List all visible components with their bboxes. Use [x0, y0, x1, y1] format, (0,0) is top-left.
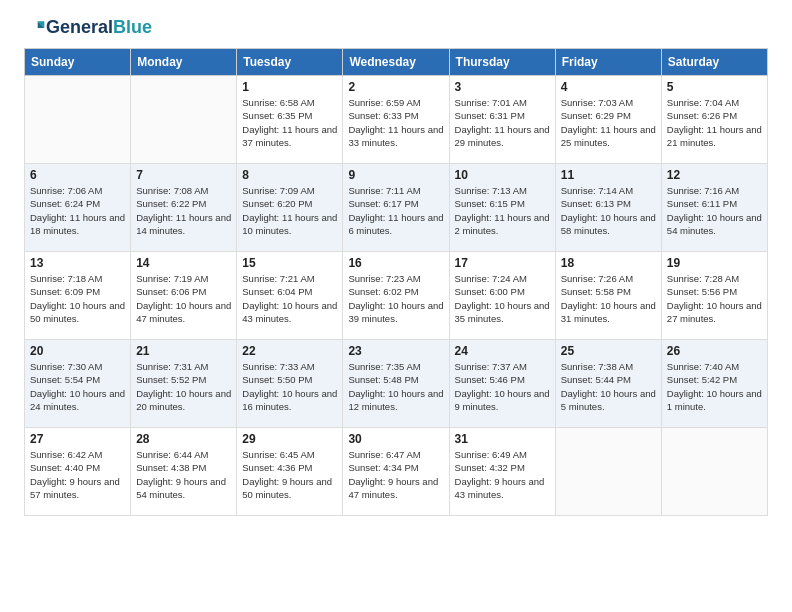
- logo-text: GeneralBlue: [46, 18, 152, 38]
- calendar-cell: [25, 76, 131, 164]
- day-info: Sunrise: 6:58 AM Sunset: 6:35 PM Dayligh…: [242, 96, 337, 149]
- calendar-week-row: 27Sunrise: 6:42 AM Sunset: 4:40 PM Dayli…: [25, 428, 768, 516]
- calendar-cell: 4Sunrise: 7:03 AM Sunset: 6:29 PM Daylig…: [555, 76, 661, 164]
- calendar-cell: 31Sunrise: 6:49 AM Sunset: 4:32 PM Dayli…: [449, 428, 555, 516]
- calendar-cell: 12Sunrise: 7:16 AM Sunset: 6:11 PM Dayli…: [661, 164, 767, 252]
- day-info: Sunrise: 7:31 AM Sunset: 5:52 PM Dayligh…: [136, 360, 231, 413]
- calendar-week-row: 6Sunrise: 7:06 AM Sunset: 6:24 PM Daylig…: [25, 164, 768, 252]
- day-header-wednesday: Wednesday: [343, 49, 449, 76]
- calendar-week-row: 1Sunrise: 6:58 AM Sunset: 6:35 PM Daylig…: [25, 76, 768, 164]
- logo-icon: [26, 18, 46, 38]
- calendar-cell: 19Sunrise: 7:28 AM Sunset: 5:56 PM Dayli…: [661, 252, 767, 340]
- calendar-header-row: SundayMondayTuesdayWednesdayThursdayFrid…: [25, 49, 768, 76]
- day-info: Sunrise: 7:26 AM Sunset: 5:58 PM Dayligh…: [561, 272, 656, 325]
- day-number: 9: [348, 168, 443, 182]
- day-info: Sunrise: 7:28 AM Sunset: 5:56 PM Dayligh…: [667, 272, 762, 325]
- day-number: 17: [455, 256, 550, 270]
- calendar-cell: 21Sunrise: 7:31 AM Sunset: 5:52 PM Dayli…: [131, 340, 237, 428]
- day-info: Sunrise: 6:59 AM Sunset: 6:33 PM Dayligh…: [348, 96, 443, 149]
- day-info: Sunrise: 7:24 AM Sunset: 6:00 PM Dayligh…: [455, 272, 550, 325]
- calendar-cell: 2Sunrise: 6:59 AM Sunset: 6:33 PM Daylig…: [343, 76, 449, 164]
- day-number: 28: [136, 432, 231, 446]
- calendar-cell: 16Sunrise: 7:23 AM Sunset: 6:02 PM Dayli…: [343, 252, 449, 340]
- day-info: Sunrise: 7:30 AM Sunset: 5:54 PM Dayligh…: [30, 360, 125, 413]
- day-number: 31: [455, 432, 550, 446]
- calendar-cell: 13Sunrise: 7:18 AM Sunset: 6:09 PM Dayli…: [25, 252, 131, 340]
- day-number: 16: [348, 256, 443, 270]
- calendar-cell: 7Sunrise: 7:08 AM Sunset: 6:22 PM Daylig…: [131, 164, 237, 252]
- day-number: 1: [242, 80, 337, 94]
- day-number: 27: [30, 432, 125, 446]
- day-header-friday: Friday: [555, 49, 661, 76]
- calendar-cell: 8Sunrise: 7:09 AM Sunset: 6:20 PM Daylig…: [237, 164, 343, 252]
- calendar-cell: 25Sunrise: 7:38 AM Sunset: 5:44 PM Dayli…: [555, 340, 661, 428]
- day-number: 21: [136, 344, 231, 358]
- calendar-cell: 22Sunrise: 7:33 AM Sunset: 5:50 PM Dayli…: [237, 340, 343, 428]
- day-header-thursday: Thursday: [449, 49, 555, 76]
- calendar-cell: 3Sunrise: 7:01 AM Sunset: 6:31 PM Daylig…: [449, 76, 555, 164]
- day-number: 4: [561, 80, 656, 94]
- calendar-cell: 27Sunrise: 6:42 AM Sunset: 4:40 PM Dayli…: [25, 428, 131, 516]
- day-number: 7: [136, 168, 231, 182]
- calendar-cell: 23Sunrise: 7:35 AM Sunset: 5:48 PM Dayli…: [343, 340, 449, 428]
- calendar-cell: 24Sunrise: 7:37 AM Sunset: 5:46 PM Dayli…: [449, 340, 555, 428]
- day-number: 5: [667, 80, 762, 94]
- calendar-week-row: 20Sunrise: 7:30 AM Sunset: 5:54 PM Dayli…: [25, 340, 768, 428]
- calendar-cell: 11Sunrise: 7:14 AM Sunset: 6:13 PM Dayli…: [555, 164, 661, 252]
- day-info: Sunrise: 7:14 AM Sunset: 6:13 PM Dayligh…: [561, 184, 656, 237]
- calendar-cell: 26Sunrise: 7:40 AM Sunset: 5:42 PM Dayli…: [661, 340, 767, 428]
- day-info: Sunrise: 7:33 AM Sunset: 5:50 PM Dayligh…: [242, 360, 337, 413]
- day-number: 11: [561, 168, 656, 182]
- day-info: Sunrise: 7:19 AM Sunset: 6:06 PM Dayligh…: [136, 272, 231, 325]
- day-info: Sunrise: 7:03 AM Sunset: 6:29 PM Dayligh…: [561, 96, 656, 149]
- calendar-cell: 9Sunrise: 7:11 AM Sunset: 6:17 PM Daylig…: [343, 164, 449, 252]
- day-number: 25: [561, 344, 656, 358]
- day-header-monday: Monday: [131, 49, 237, 76]
- day-number: 24: [455, 344, 550, 358]
- day-number: 18: [561, 256, 656, 270]
- day-number: 26: [667, 344, 762, 358]
- day-info: Sunrise: 7:11 AM Sunset: 6:17 PM Dayligh…: [348, 184, 443, 237]
- day-info: Sunrise: 6:49 AM Sunset: 4:32 PM Dayligh…: [455, 448, 550, 501]
- day-info: Sunrise: 6:42 AM Sunset: 4:40 PM Dayligh…: [30, 448, 125, 501]
- calendar-cell: 14Sunrise: 7:19 AM Sunset: 6:06 PM Dayli…: [131, 252, 237, 340]
- day-number: 14: [136, 256, 231, 270]
- calendar-cell: [555, 428, 661, 516]
- day-info: Sunrise: 7:06 AM Sunset: 6:24 PM Dayligh…: [30, 184, 125, 237]
- day-info: Sunrise: 7:21 AM Sunset: 6:04 PM Dayligh…: [242, 272, 337, 325]
- day-info: Sunrise: 7:09 AM Sunset: 6:20 PM Dayligh…: [242, 184, 337, 237]
- day-number: 8: [242, 168, 337, 182]
- day-number: 20: [30, 344, 125, 358]
- calendar-week-row: 13Sunrise: 7:18 AM Sunset: 6:09 PM Dayli…: [25, 252, 768, 340]
- day-info: Sunrise: 6:47 AM Sunset: 4:34 PM Dayligh…: [348, 448, 443, 501]
- day-number: 6: [30, 168, 125, 182]
- calendar-cell: 30Sunrise: 6:47 AM Sunset: 4:34 PM Dayli…: [343, 428, 449, 516]
- day-info: Sunrise: 7:38 AM Sunset: 5:44 PM Dayligh…: [561, 360, 656, 413]
- day-number: 15: [242, 256, 337, 270]
- calendar-cell: 18Sunrise: 7:26 AM Sunset: 5:58 PM Dayli…: [555, 252, 661, 340]
- calendar-cell: 1Sunrise: 6:58 AM Sunset: 6:35 PM Daylig…: [237, 76, 343, 164]
- day-info: Sunrise: 7:04 AM Sunset: 6:26 PM Dayligh…: [667, 96, 762, 149]
- page-header: GeneralBlue: [0, 0, 792, 48]
- day-number: 22: [242, 344, 337, 358]
- day-number: 29: [242, 432, 337, 446]
- day-info: Sunrise: 7:16 AM Sunset: 6:11 PM Dayligh…: [667, 184, 762, 237]
- day-header-tuesday: Tuesday: [237, 49, 343, 76]
- day-info: Sunrise: 7:23 AM Sunset: 6:02 PM Dayligh…: [348, 272, 443, 325]
- day-number: 23: [348, 344, 443, 358]
- day-header-saturday: Saturday: [661, 49, 767, 76]
- day-info: Sunrise: 7:18 AM Sunset: 6:09 PM Dayligh…: [30, 272, 125, 325]
- day-number: 30: [348, 432, 443, 446]
- calendar-cell: 28Sunrise: 6:44 AM Sunset: 4:38 PM Dayli…: [131, 428, 237, 516]
- day-number: 19: [667, 256, 762, 270]
- day-info: Sunrise: 7:37 AM Sunset: 5:46 PM Dayligh…: [455, 360, 550, 413]
- calendar-cell: 5Sunrise: 7:04 AM Sunset: 6:26 PM Daylig…: [661, 76, 767, 164]
- day-number: 3: [455, 80, 550, 94]
- logo: GeneralBlue: [24, 18, 152, 38]
- calendar-cell: 6Sunrise: 7:06 AM Sunset: 6:24 PM Daylig…: [25, 164, 131, 252]
- day-number: 13: [30, 256, 125, 270]
- day-info: Sunrise: 7:13 AM Sunset: 6:15 PM Dayligh…: [455, 184, 550, 237]
- day-info: Sunrise: 6:44 AM Sunset: 4:38 PM Dayligh…: [136, 448, 231, 501]
- calendar-cell: 20Sunrise: 7:30 AM Sunset: 5:54 PM Dayli…: [25, 340, 131, 428]
- calendar-cell: 10Sunrise: 7:13 AM Sunset: 6:15 PM Dayli…: [449, 164, 555, 252]
